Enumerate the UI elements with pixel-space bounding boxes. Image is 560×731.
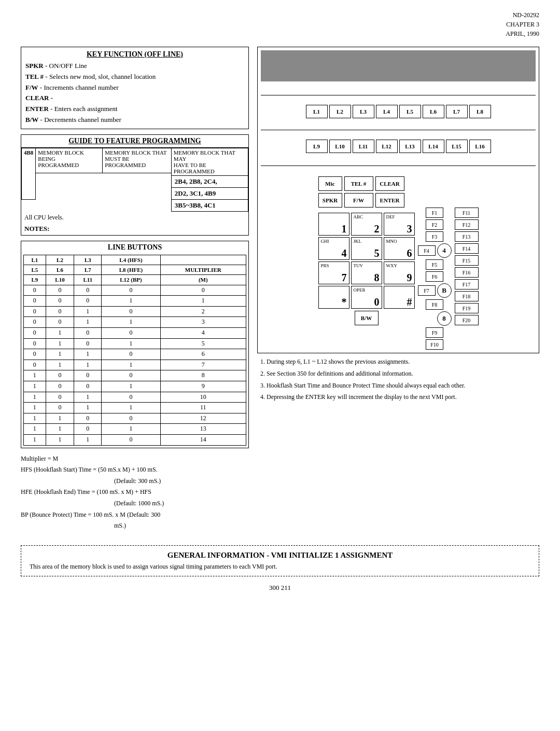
f6-button[interactable]: F6: [426, 271, 443, 282]
badge-4: 4: [437, 243, 452, 258]
line-btn-l12[interactable]: L12: [376, 140, 398, 153]
list-item: 1: [24, 392, 46, 403]
f7-button[interactable]: F7: [418, 285, 436, 296]
line-btn-l9[interactable]: L9: [306, 140, 328, 153]
line-btn-l11[interactable]: L11: [353, 140, 374, 153]
list-item: 0: [102, 285, 160, 296]
list-item: 0: [24, 296, 46, 307]
line-btn-l3[interactable]: L3: [353, 105, 374, 118]
list-item: 0: [74, 370, 102, 381]
f19-button[interactable]: F19: [455, 303, 479, 313]
key-bw: B/W - Decrements channel number: [25, 115, 244, 126]
list-item: 0: [74, 381, 102, 392]
list-item: 1: [24, 434, 46, 445]
list-item: 1: [102, 381, 160, 392]
line-btn-l1[interactable]: L1: [306, 105, 328, 118]
f13-button[interactable]: F13: [455, 231, 479, 242]
table-row: 01004: [24, 328, 246, 339]
list-item: 12: [160, 413, 246, 424]
line-btn-l14[interactable]: L14: [423, 140, 444, 153]
f1-button[interactable]: F1: [426, 208, 443, 218]
list-item: 0: [46, 392, 74, 403]
mult-line2b: (Default: 300 mS.): [21, 476, 249, 487]
line-btn-l15[interactable]: L15: [446, 140, 468, 153]
line-btn-l2[interactable]: L2: [329, 105, 351, 118]
f12-button[interactable]: F12: [455, 219, 479, 230]
list-item: 1: [74, 306, 102, 317]
key-2[interactable]: ABC 2: [351, 213, 382, 236]
list-item: 5: [160, 338, 246, 349]
f5-button[interactable]: F5: [426, 259, 443, 270]
bw-button[interactable]: B/W: [355, 311, 379, 325]
f15-button[interactable]: F15: [455, 255, 479, 266]
list-item: 1: [24, 403, 46, 413]
mult-line2: HFS (Hookflash Start) Time = (50 mS.x M)…: [21, 464, 249, 476]
f14-button[interactable]: F14: [455, 243, 479, 254]
fw-button[interactable]: F/W: [344, 193, 373, 208]
line-btn-l16[interactable]: L16: [469, 140, 491, 153]
list-item: 1: [46, 349, 74, 360]
line-btn-l6[interactable]: L6: [423, 105, 444, 118]
f17-button[interactable]: F17: [455, 279, 479, 289]
tel-hash-button[interactable]: TEL #: [344, 176, 373, 191]
guide-box: GUIDE TO FEATURE PROGRAMMING 4B8 MEMORY …: [21, 134, 249, 236]
key-9[interactable]: WXY 9: [384, 261, 415, 284]
table-row: 101010: [24, 392, 246, 403]
line-btn-l7[interactable]: L7: [446, 105, 468, 118]
line-btn-l5[interactable]: L5: [399, 105, 421, 118]
list-item: 0: [102, 306, 160, 317]
f9-button[interactable]: F9: [426, 327, 443, 338]
f16-button[interactable]: F16: [455, 267, 479, 278]
header-line2: CHAPTER 3: [21, 20, 539, 29]
list-item: 0: [74, 338, 102, 349]
list-item: 9: [160, 381, 246, 392]
f20-button[interactable]: F20: [455, 315, 479, 325]
ctrl-row-1: Mic TEL # CLEAR: [318, 176, 415, 191]
key-4[interactable]: GHI 4: [318, 237, 349, 260]
key-3[interactable]: DEF 3: [384, 213, 415, 236]
f8-button[interactable]: F8: [426, 299, 443, 310]
spkr-button[interactable]: SPKR: [318, 193, 342, 208]
f4-button[interactable]: F4: [418, 245, 436, 256]
memory-block-large: 4B8: [22, 148, 36, 199]
guide-note: All CPU levels.: [21, 212, 248, 224]
key-5[interactable]: JKL 5: [351, 237, 382, 260]
table-row: 00102: [24, 306, 246, 317]
f2-button[interactable]: F2: [426, 219, 443, 230]
table-row: 110113: [24, 424, 246, 435]
key-7[interactable]: PRS 7: [318, 261, 349, 284]
display-area: [261, 50, 536, 81]
mult-line3b: (Default: 1000 mS.): [21, 498, 249, 509]
f10-button[interactable]: F10: [426, 339, 443, 350]
list-item: 0: [160, 285, 246, 296]
list-item: 1: [24, 381, 46, 392]
f3-button[interactable]: F3: [426, 231, 443, 242]
key-8[interactable]: TUV 8: [351, 261, 382, 284]
list-item: 1: [102, 338, 160, 349]
key-hash[interactable]: #: [384, 286, 415, 309]
list-item: 1: [102, 317, 160, 328]
line-btn-l8[interactable]: L8: [469, 105, 491, 118]
f18-button[interactable]: F18: [455, 291, 479, 301]
key-star[interactable]: *: [318, 286, 349, 309]
key-6[interactable]: MNO 6: [384, 237, 415, 260]
line-btn-l13[interactable]: L13: [399, 140, 421, 153]
f11-button[interactable]: F11: [455, 208, 479, 218]
fn-wide-col: F11 F12 F13 F14 F15 F16 F17 F18 F19 F20: [455, 208, 479, 325]
key-spkr: SPKR - ON/OFF Line: [25, 61, 244, 72]
list-item: 0: [74, 328, 102, 339]
enter-button[interactable]: ENTER: [375, 193, 404, 208]
mic-button[interactable]: Mic: [318, 176, 342, 191]
line-btn-l10[interactable]: L10: [329, 140, 351, 153]
list-item: 1: [74, 403, 102, 413]
multiplier-info: Multiplier = M HFS (Hookflash Start) Tim…: [21, 453, 249, 532]
ctrl-row-2: SPKR F/W ENTER: [318, 193, 415, 208]
footer-box: GENERAL INFORMATION - VMI INITIALIZE 1 A…: [21, 545, 539, 576]
clear-button[interactable]: CLEAR: [375, 176, 404, 191]
page-header: ND-20292 CHAPTER 3 APRIL, 1990: [21, 10, 539, 38]
line-btn-l4[interactable]: L4: [376, 105, 398, 118]
list-item: 2: [160, 306, 246, 317]
key-1[interactable]: 1: [318, 213, 349, 236]
key-0[interactable]: OPER 0: [351, 286, 382, 309]
list-item: 1: [74, 392, 102, 403]
